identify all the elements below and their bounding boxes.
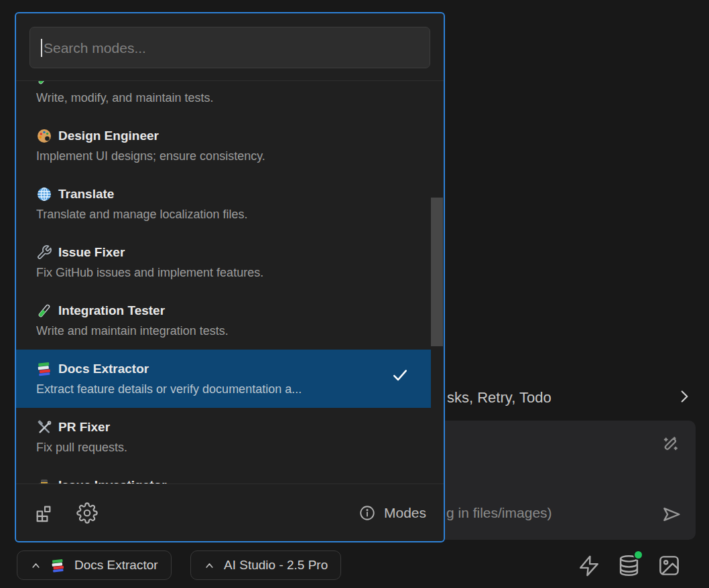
mode-item-docs-extractor[interactable]: Docs Extractor Extract feature details o… — [16, 350, 431, 408]
test-tube-icon — [36, 80, 52, 86]
books-icon — [50, 558, 66, 573]
mode-item-issue-investigator[interactable]: Issue Investigator — [16, 466, 431, 484]
mode-item-integration-tester[interactable]: Integration Tester Write and maintain in… — [16, 291, 431, 350]
send-icon[interactable] — [661, 504, 682, 528]
mode-description: Fix pull requests. — [36, 437, 423, 457]
mode-name: PR Fixer — [58, 420, 110, 435]
mode-item-issue-fixer[interactable]: Issue Fixer Fix GitHub issues and implem… — [16, 233, 431, 291]
wrench-icon — [36, 244, 52, 261]
mode-description: Implement UI designs; ensure consistency… — [36, 146, 423, 166]
mode-search-box[interactable] — [29, 27, 430, 68]
mode-name: Docs Extractor — [58, 362, 149, 376]
mode-description: Fix GitHub issues and implement features… — [36, 263, 423, 283]
chevron-right-icon[interactable] — [675, 388, 693, 408]
mode-description: Translate and manage localization files. — [36, 204, 423, 224]
mode-item-translate[interactable]: Translate Translate and manage localizat… — [16, 175, 431, 233]
marketplace-icon[interactable] — [34, 502, 56, 524]
context-database-icon[interactable] — [617, 553, 641, 578]
mode-list[interactable]: Write, modify, and maintain tests. Desig… — [16, 80, 444, 484]
status-green-dot — [633, 550, 643, 560]
history-banner-text: sks, Retry, Todo — [447, 389, 552, 407]
mode-name: Translate — [58, 187, 114, 202]
mode-search-input[interactable] — [42, 27, 420, 69]
statusbar-icons — [578, 553, 681, 578]
mode-description: Write, modify, and maintain tests. — [36, 88, 423, 108]
model-selector-button[interactable]: AI Studio - 2.5 Pro — [190, 550, 341, 580]
mode-description: Write and maintain integration tests. — [36, 321, 423, 341]
popup-footer: Modes — [16, 484, 444, 541]
info-icon[interactable] — [359, 504, 376, 522]
mode-item-partial-top[interactable]: Write, modify, and maintain tests. — [16, 80, 431, 117]
mode-name: Issue Fixer — [58, 245, 125, 260]
palette-icon — [36, 128, 52, 144]
books-icon — [36, 361, 52, 377]
chevron-up-icon — [30, 560, 42, 571]
mode-name: Design Engineer — [58, 129, 159, 143]
mode-selector-label: Docs Extractor — [74, 558, 158, 573]
mode-description: Extract feature details or verify docume… — [36, 379, 423, 399]
image-icon[interactable] — [657, 554, 681, 577]
app-window: sks, Retry, Todo g in files/images) — [0, 0, 709, 588]
mode-picker-popup: Write, modify, and maintain tests. Desig… — [15, 12, 445, 542]
mode-selector-button[interactable]: Docs Extractor — [17, 550, 172, 580]
globe-icon — [36, 186, 52, 202]
mode-name: Integration Tester — [58, 303, 165, 318]
gear-icon[interactable] — [76, 502, 98, 524]
hammer-wrench-icon — [36, 419, 52, 435]
model-selector-label: AI Studio - 2.5 Pro — [224, 558, 328, 573]
enhance-prompt-wand-icon[interactable] — [661, 434, 681, 457]
chat-input-placeholder[interactable]: g in files/images) — [446, 505, 552, 521]
mode-item-design-engineer[interactable]: Design Engineer Implement UI designs; en… — [16, 117, 431, 175]
modes-footer-label: Modes — [384, 505, 426, 521]
chat-input-panel[interactable]: g in files/images) — [429, 421, 696, 540]
selected-check-icon — [391, 366, 409, 387]
scrollbar-thumb[interactable] — [431, 198, 443, 346]
test-tube-icon — [36, 303, 52, 319]
mode-item-pr-fixer[interactable]: PR Fixer Fix pull requests. — [16, 408, 431, 466]
chevron-up-icon — [204, 560, 215, 571]
auto-approve-lightning-icon[interactable] — [578, 554, 600, 578]
